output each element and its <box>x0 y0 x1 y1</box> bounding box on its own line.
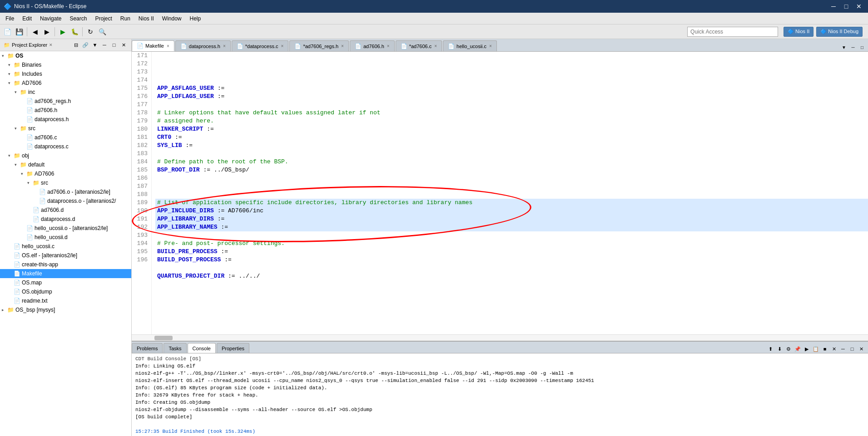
tree-item[interactable]: ▾📁inc <box>0 88 131 97</box>
editor-tab-close[interactable]: × <box>489 44 492 49</box>
explorer-header-left: 📁 Project Explorer ✕ <box>4 42 53 48</box>
tree-item[interactable]: 📄Makefile <box>0 269 131 278</box>
editor-tab-close[interactable]: × <box>167 44 169 49</box>
tree-item[interactable]: ▾📁Includes <box>0 69 131 78</box>
tree-item[interactable]: 📄ad7606.d <box>0 206 131 215</box>
editor-tab-close[interactable]: × <box>223 44 226 49</box>
tree-item[interactable]: ▾📁AD7606 <box>0 169 131 178</box>
remove-launch-button[interactable]: ✕ <box>830 345 838 353</box>
tree-item[interactable]: ▾📁OS <box>0 51 131 60</box>
tree-item[interactable]: ▾📁AD7606 <box>0 78 131 88</box>
editor-tab[interactable]: 📄*ad7606_regs.h× <box>289 40 349 51</box>
search-button[interactable]: 🔍 <box>97 26 108 37</box>
code-line <box>155 76 868 84</box>
bottom-tab[interactable]: Console <box>188 343 216 353</box>
tree-item[interactable]: 📄readme.txt <box>0 296 131 305</box>
editor-tab-close[interactable]: × <box>387 44 390 49</box>
tree-item[interactable]: 📄ad7606.c <box>0 133 131 142</box>
maximize-button[interactable]: □ <box>841 2 852 11</box>
terminate-button[interactable]: ■ <box>821 345 829 353</box>
back-button[interactable]: ◀ <box>30 26 40 37</box>
tree-item[interactable]: 📄dataprocess.c <box>0 142 131 151</box>
tree-item[interactable]: ▾📁src <box>0 124 131 133</box>
bottom-tab[interactable]: Problems <box>132 343 163 353</box>
editor-tab-close[interactable]: × <box>341 44 344 49</box>
editor-tab[interactable]: 📄ad7606.h× <box>350 40 395 51</box>
tree-item[interactable]: 📄ad7606.o - [alteranios2/le] <box>0 187 131 196</box>
minimize-view-button[interactable]: ─ <box>100 41 109 49</box>
tree-item[interactable]: 📄OS.objdump <box>0 287 131 296</box>
open-console-button[interactable]: 📋 <box>812 345 820 353</box>
maximize-view-button[interactable]: □ <box>110 41 118 49</box>
editor-tab[interactable]: 📄hello_ucosii.c× <box>443 40 497 51</box>
separator-1 <box>27 27 27 36</box>
debug-button[interactable]: 🐛 <box>69 26 80 37</box>
tree-label: hello_ucosii.d <box>35 234 68 240</box>
save-button[interactable]: 💾 <box>14 26 25 37</box>
forward-button[interactable]: ▶ <box>41 26 52 37</box>
menu-navigate[interactable]: Navigate <box>36 15 65 23</box>
niosii-debug-perspective-btn[interactable]: 🔷 Nios II Debug <box>816 27 863 37</box>
pin-console-button[interactable]: 📌 <box>794 345 802 353</box>
console-line: Info: Creating OS.objdump <box>135 399 864 406</box>
link-editor-button[interactable]: 🔗 <box>81 41 89 49</box>
tree-item[interactable]: 📄dataprocess.d <box>0 215 131 224</box>
editor-tab-icon: 📄 <box>294 43 301 49</box>
editor-tab[interactable]: 📄*dataprocess.c× <box>232 40 289 51</box>
line-number: 187 <box>134 182 148 191</box>
menu-file[interactable]: File <box>2 15 18 23</box>
editor-tab[interactable]: 📄*ad7606.c× <box>396 40 442 51</box>
console-view-menu-button[interactable]: ▶ <box>803 345 811 353</box>
menu-edit[interactable]: Edit <box>19 15 35 23</box>
tree-item[interactable]: ▾📁default <box>0 160 131 169</box>
close-button[interactable]: ✕ <box>853 2 864 11</box>
tree-item[interactable]: 📄OS.elf - [alteranios2/le] <box>0 251 131 260</box>
tree-item[interactable]: 📄ad7606.h <box>0 106 131 115</box>
maximize-editor-button[interactable]: □ <box>858 43 866 51</box>
editor-tab[interactable]: 📄dataprocess.h× <box>175 40 231 51</box>
code-content[interactable]: 1711721731741751761771781791801811821831… <box>132 52 868 334</box>
minimize-button[interactable]: ─ <box>828 2 839 11</box>
tree-item[interactable]: ▾📁Binaries <box>0 60 131 69</box>
new-button[interactable]: 📄 <box>2 26 13 37</box>
refresh-button[interactable]: ↻ <box>85 26 96 37</box>
tree-item[interactable]: 📄hello_ucosii.o - [alteranios2/le] <box>0 224 131 233</box>
tree-item[interactable]: 📄hello_ucosii.d <box>0 233 131 242</box>
tree-item[interactable]: 📄OS.map <box>0 278 131 287</box>
bottom-tab[interactable]: Tasks <box>164 343 186 353</box>
editor-tab-close[interactable]: × <box>281 44 284 49</box>
close-view-button[interactable]: ✕ <box>119 41 128 49</box>
console-settings-button[interactable]: ⚙ <box>784 345 793 353</box>
code-line: CRT0 := <box>155 133 868 142</box>
tree-item[interactable]: 📄create-this-app <box>0 260 131 269</box>
bottom-tab[interactable]: Properties <box>217 343 249 353</box>
menu-help[interactable]: Help <box>186 15 205 23</box>
console-scroll-lock-button[interactable]: ⬇ <box>775 345 784 353</box>
explorer-menu-button[interactable]: ▼ <box>91 41 99 49</box>
menu-niosii[interactable]: Nios II <box>135 15 158 23</box>
quick-access-input[interactable] <box>687 27 778 37</box>
close-console-button[interactable]: ✕ <box>857 345 865 353</box>
tree-item[interactable]: ▾📁obj <box>0 151 131 160</box>
tree-item[interactable]: 📄hello_ucosii.c <box>0 242 131 251</box>
menu-search[interactable]: Search <box>66 15 90 23</box>
menu-window[interactable]: Window <box>159 15 185 23</box>
tree-item[interactable]: 📄dataprocess.o - [alteranios2/ <box>0 196 131 206</box>
tree-item[interactable]: ▸📁OS_bsp [mysys] <box>0 305 131 314</box>
niosii-perspective-btn[interactable]: 🔷 Nios II <box>784 27 813 37</box>
minimize-console-button[interactable]: ─ <box>839 345 847 353</box>
build-button[interactable]: ▶ <box>57 26 68 37</box>
console-clear-button[interactable]: ⬆ <box>766 345 774 353</box>
menu-run[interactable]: Run <box>117 15 134 23</box>
minimize-editor-button[interactable]: ─ <box>849 43 857 51</box>
editor-tab-close[interactable]: × <box>434 44 437 49</box>
tree-item[interactable]: 📄dataprocess.h <box>0 115 131 124</box>
tree-item[interactable]: ▾📁src <box>0 178 131 187</box>
collapse-all-button[interactable]: ⊟ <box>72 41 80 49</box>
maximize-console-button[interactable]: □ <box>848 345 856 353</box>
tree-item[interactable]: 📄ad7606_regs.h <box>0 97 131 106</box>
editor-tab[interactable]: 📄Makefile× <box>132 40 174 51</box>
horizontal-scrollbar[interactable] <box>132 334 868 341</box>
tab-list-button[interactable]: ▼ <box>840 43 848 51</box>
menu-project[interactable]: Project <box>91 15 115 23</box>
